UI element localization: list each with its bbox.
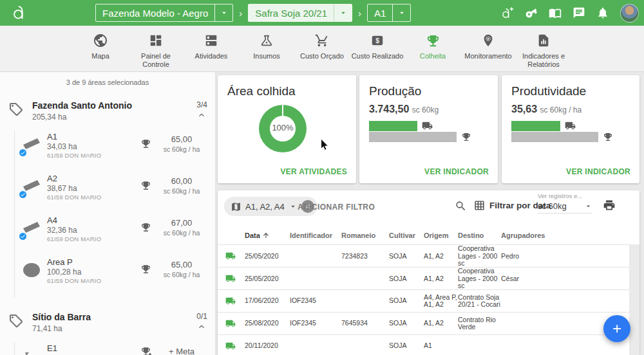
key-icon[interactable] xyxy=(525,6,538,19)
area-selector[interactable]: A1 xyxy=(367,4,411,22)
ver-atividades-link[interactable]: VER ATIVIDADES xyxy=(280,167,347,176)
scroll-gutter[interactable] xyxy=(629,244,639,355)
nav-item-atividades[interactable]: Atividades xyxy=(184,26,239,71)
print-icon[interactable] xyxy=(603,199,616,212)
cell-origem: A1, A2 xyxy=(424,320,458,327)
area-item-a1[interactable]: A134,03 ha61I59 DON MARIO65,00sc 60kg / … xyxy=(0,131,215,172)
cell-origem: A4, Area P, A1, A2 xyxy=(424,294,458,309)
nav-item-label: Atividades xyxy=(184,52,239,60)
card-title: Produção xyxy=(359,75,498,98)
table-row[interactable]: 25/05/2020SOJAA1, A2Cooperativa Lages - … xyxy=(218,267,639,289)
column-header[interactable]: Origem xyxy=(424,232,458,239)
chat-icon[interactable] xyxy=(573,6,585,19)
dns-icon xyxy=(184,32,239,49)
column-header[interactable]: Destino xyxy=(458,232,501,239)
donut-percent-label: 100% xyxy=(259,123,307,132)
farm-selector[interactable]: Fazenda Modelo - Aegro xyxy=(95,4,233,22)
nav-item-custo-realizado[interactable]: $Custo Realizado xyxy=(350,26,405,71)
column-header[interactable]: Romaneio xyxy=(341,232,389,239)
cell-romaneio: 7234823 xyxy=(341,253,389,260)
map-icon xyxy=(231,201,242,212)
column-header-data[interactable]: Data xyxy=(245,232,290,239)
selected-count: 3/4 xyxy=(196,100,207,109)
area-item-a4[interactable]: A432,36 ha61I59 DON MARIO67,00sc 60kg / … xyxy=(0,214,215,256)
trophy-icon xyxy=(140,264,151,275)
unit-select-value: sc 60kg xyxy=(538,201,567,211)
goal-unit: sc 60kg / ha xyxy=(155,229,208,237)
goal-value: 65,00 xyxy=(155,134,208,144)
area-variety: 61I59 DON MARIO xyxy=(47,235,101,242)
area-name: A2 xyxy=(47,174,57,183)
area-item-e1[interactable]: E171,41 ha+ Meta xyxy=(0,342,215,355)
area-item-area-p[interactable]: Area P100,28 ha61I59 DON MARIO65,00sc 60… xyxy=(0,256,215,298)
cell-origem: A1, A2 xyxy=(424,253,458,260)
cell-romaneio: 7645934 xyxy=(341,320,389,327)
goal-unit: sc 60kg / ha xyxy=(155,271,208,278)
nav-item-monitoramento[interactable]: Monitoramento xyxy=(460,26,516,71)
table-row[interactable]: 20/11/2020SOJAA1 xyxy=(218,334,639,355)
area-item-a2[interactable]: A238,67 ha61I59 DON MARIO60,00sc 60kg / … xyxy=(0,172,215,214)
chevron-down-icon xyxy=(584,202,592,210)
production-actual-bar xyxy=(369,120,433,131)
column-header[interactable]: Identificador xyxy=(290,232,341,239)
ver-indicador-link[interactable]: VER INDICADOR xyxy=(424,167,489,176)
ver-indicador-link[interactable]: VER INDICADOR xyxy=(566,167,630,176)
truck-icon xyxy=(422,120,433,131)
collapse-chevron-icon[interactable] xyxy=(196,322,207,332)
harvested-area-card: Área colhida 100% VER ATIVIDADES xyxy=(218,75,356,183)
filter-bar: A1, A2, A4 ADICIONAR FILTRO Filtrar por … xyxy=(218,190,639,224)
table-row[interactable]: 25/05/20207234823SOJAA1, A2Cooperativa L… xyxy=(218,244,639,267)
production-card: Produção 3.743,50 sc 60kg VER INDICADOR xyxy=(359,75,498,183)
trophy-icon xyxy=(603,132,613,142)
nav-item-insumos[interactable]: Insumos xyxy=(239,26,294,71)
referral-icon[interactable] xyxy=(500,6,514,20)
chevron-down-icon[interactable] xyxy=(289,202,298,211)
nav-item-colheita[interactable]: Colheita xyxy=(405,26,460,71)
nav-item-mapa[interactable]: Mapa xyxy=(73,26,128,71)
productivity-value: 35,63 sc 60kg / ha xyxy=(511,104,582,115)
column-header[interactable]: Cultivar xyxy=(389,232,424,239)
collapse-chevron-icon[interactable] xyxy=(196,110,207,120)
add-record-fab[interactable]: + xyxy=(603,315,630,342)
area-hectares: 32,36 ha xyxy=(47,226,77,235)
nav-item-label: Custo Orçado xyxy=(294,52,350,60)
book-icon[interactable] xyxy=(549,6,562,19)
app-header: Fazenda Modelo - Aegro › Safra Soja 20/2… xyxy=(0,0,644,26)
truck-icon xyxy=(225,273,245,284)
chevron-down-icon[interactable] xyxy=(214,5,232,21)
cell-destino: Cooperativa Lages - 2000 sc xyxy=(458,245,501,268)
bell-icon[interactable] xyxy=(596,6,609,19)
cell-data: 25/05/2020 xyxy=(245,253,290,260)
card-title: Produtividade xyxy=(502,75,639,98)
farm-group-header[interactable]: Fazenda Santo Antonio205,34 ha3/4 xyxy=(0,100,215,122)
cell-destino: Cooperativa Lages - 2000 sc xyxy=(458,268,501,290)
table-row[interactable]: 17/06/2020IOF2345SOJAA4, Area P, A1, A2C… xyxy=(218,289,639,312)
season-selector[interactable]: Safra Soja 20/21 xyxy=(248,4,352,22)
cell-cultivar: SOJA xyxy=(389,297,424,305)
column-header[interactable]: Agrupadores xyxy=(501,232,632,239)
trophy-icon xyxy=(140,222,151,233)
area-name: A4 xyxy=(47,215,57,225)
selected-check-icon xyxy=(18,148,28,158)
farm-group-header[interactable]: Sítio da Barra71,41 ha0/1 xyxy=(0,312,215,333)
nav-item-painel-de-controle[interactable]: Painel de Controle xyxy=(128,26,184,71)
goal-value: 60,00 xyxy=(155,176,208,186)
search-icon[interactable] xyxy=(455,200,467,212)
table-row[interactable]: 25/08/2020IOF23457645934SOJAA1, A2Contra… xyxy=(218,312,639,334)
chevron-down-icon[interactable] xyxy=(392,5,410,21)
add-filter-button[interactable]: ADICIONAR FILTRO xyxy=(298,203,375,212)
nav-item-custo-or-ado[interactable]: Custo Orçado xyxy=(294,26,350,71)
area-variety: 61I59 DON MARIO xyxy=(47,152,101,159)
area-variety: 61I59 DON MARIO xyxy=(47,194,101,201)
cell-data: 20/11/2020 xyxy=(245,342,290,350)
chevron-down-icon[interactable] xyxy=(334,5,352,21)
season-selector-label: Safra Soja 20/21 xyxy=(249,5,334,21)
productivity-actual-bar xyxy=(511,120,576,131)
area-selector-label: A1 xyxy=(368,5,392,21)
area-filter-label: A1, A2, A4 xyxy=(245,202,285,212)
selected-check-icon xyxy=(18,232,28,241)
nav-item-indicadores-e-relat-rios[interactable]: Indicadores e Relatórios xyxy=(516,26,571,71)
unit-select[interactable]: Ver registros e... sc 60kg xyxy=(538,192,592,214)
nav-item-label: Mapa xyxy=(73,52,128,60)
avatar[interactable] xyxy=(620,4,639,23)
